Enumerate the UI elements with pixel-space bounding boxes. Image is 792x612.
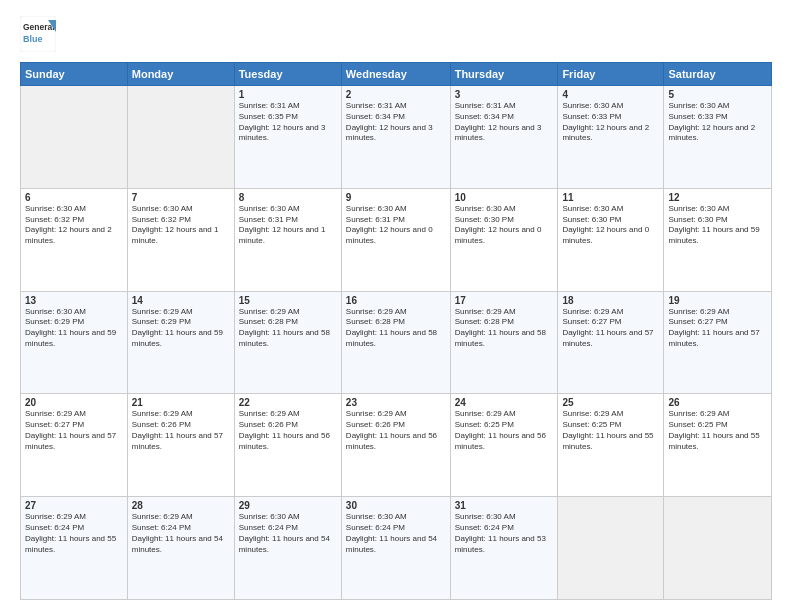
day-info: Sunrise: 6:30 AM Sunset: 6:31 PM Dayligh…	[346, 204, 446, 247]
logo: General Blue	[20, 16, 56, 52]
day-number: 22	[239, 397, 337, 408]
calendar-cell: 26Sunrise: 6:29 AM Sunset: 6:25 PM Dayli…	[664, 394, 772, 497]
week-row-1: 1Sunrise: 6:31 AM Sunset: 6:35 PM Daylig…	[21, 86, 772, 189]
calendar-cell: 30Sunrise: 6:30 AM Sunset: 6:24 PM Dayli…	[341, 497, 450, 600]
calendar-cell: 31Sunrise: 6:30 AM Sunset: 6:24 PM Dayli…	[450, 497, 558, 600]
day-header-monday: Monday	[127, 63, 234, 86]
day-number: 8	[239, 192, 337, 203]
svg-text:Blue: Blue	[23, 34, 43, 44]
calendar-cell: 9Sunrise: 6:30 AM Sunset: 6:31 PM Daylig…	[341, 188, 450, 291]
week-row-2: 6Sunrise: 6:30 AM Sunset: 6:32 PM Daylig…	[21, 188, 772, 291]
day-info: Sunrise: 6:30 AM Sunset: 6:24 PM Dayligh…	[239, 512, 337, 555]
calendar-cell	[21, 86, 128, 189]
day-number: 7	[132, 192, 230, 203]
day-info: Sunrise: 6:30 AM Sunset: 6:31 PM Dayligh…	[239, 204, 337, 247]
day-info: Sunrise: 6:29 AM Sunset: 6:26 PM Dayligh…	[346, 409, 446, 452]
calendar-cell: 28Sunrise: 6:29 AM Sunset: 6:24 PM Dayli…	[127, 497, 234, 600]
calendar-cell	[664, 497, 772, 600]
calendar-cell: 27Sunrise: 6:29 AM Sunset: 6:24 PM Dayli…	[21, 497, 128, 600]
day-number: 18	[562, 295, 659, 306]
day-info: Sunrise: 6:30 AM Sunset: 6:24 PM Dayligh…	[346, 512, 446, 555]
calendar-cell: 24Sunrise: 6:29 AM Sunset: 6:25 PM Dayli…	[450, 394, 558, 497]
day-info: Sunrise: 6:29 AM Sunset: 6:27 PM Dayligh…	[25, 409, 123, 452]
week-row-5: 27Sunrise: 6:29 AM Sunset: 6:24 PM Dayli…	[21, 497, 772, 600]
day-number: 9	[346, 192, 446, 203]
day-info: Sunrise: 6:29 AM Sunset: 6:29 PM Dayligh…	[132, 307, 230, 350]
day-number: 31	[455, 500, 554, 511]
day-info: Sunrise: 6:29 AM Sunset: 6:28 PM Dayligh…	[346, 307, 446, 350]
calendar-cell: 22Sunrise: 6:29 AM Sunset: 6:26 PM Dayli…	[234, 394, 341, 497]
day-info: Sunrise: 6:30 AM Sunset: 6:24 PM Dayligh…	[455, 512, 554, 555]
day-number: 28	[132, 500, 230, 511]
calendar-cell: 23Sunrise: 6:29 AM Sunset: 6:26 PM Dayli…	[341, 394, 450, 497]
day-number: 1	[239, 89, 337, 100]
day-info: Sunrise: 6:29 AM Sunset: 6:27 PM Dayligh…	[562, 307, 659, 350]
calendar-cell: 8Sunrise: 6:30 AM Sunset: 6:31 PM Daylig…	[234, 188, 341, 291]
calendar-cell: 11Sunrise: 6:30 AM Sunset: 6:30 PM Dayli…	[558, 188, 664, 291]
logo-svg: General Blue	[20, 16, 56, 52]
calendar-cell: 6Sunrise: 6:30 AM Sunset: 6:32 PM Daylig…	[21, 188, 128, 291]
day-info: Sunrise: 6:29 AM Sunset: 6:24 PM Dayligh…	[132, 512, 230, 555]
calendar-cell: 21Sunrise: 6:29 AM Sunset: 6:26 PM Dayli…	[127, 394, 234, 497]
day-number: 25	[562, 397, 659, 408]
day-info: Sunrise: 6:29 AM Sunset: 6:27 PM Dayligh…	[668, 307, 767, 350]
calendar-cell: 25Sunrise: 6:29 AM Sunset: 6:25 PM Dayli…	[558, 394, 664, 497]
day-number: 6	[25, 192, 123, 203]
day-info: Sunrise: 6:31 AM Sunset: 6:34 PM Dayligh…	[346, 101, 446, 144]
header: General Blue	[20, 16, 772, 52]
day-number: 21	[132, 397, 230, 408]
day-number: 15	[239, 295, 337, 306]
day-number: 4	[562, 89, 659, 100]
day-number: 12	[668, 192, 767, 203]
day-number: 2	[346, 89, 446, 100]
day-info: Sunrise: 6:30 AM Sunset: 6:33 PM Dayligh…	[668, 101, 767, 144]
day-info: Sunrise: 6:29 AM Sunset: 6:28 PM Dayligh…	[455, 307, 554, 350]
day-info: Sunrise: 6:30 AM Sunset: 6:30 PM Dayligh…	[562, 204, 659, 247]
calendar-cell: 3Sunrise: 6:31 AM Sunset: 6:34 PM Daylig…	[450, 86, 558, 189]
calendar-cell: 20Sunrise: 6:29 AM Sunset: 6:27 PM Dayli…	[21, 394, 128, 497]
day-info: Sunrise: 6:29 AM Sunset: 6:25 PM Dayligh…	[668, 409, 767, 452]
day-number: 5	[668, 89, 767, 100]
calendar-cell: 15Sunrise: 6:29 AM Sunset: 6:28 PM Dayli…	[234, 291, 341, 394]
day-number: 24	[455, 397, 554, 408]
calendar-table: SundayMondayTuesdayWednesdayThursdayFrid…	[20, 62, 772, 600]
day-number: 16	[346, 295, 446, 306]
day-number: 14	[132, 295, 230, 306]
day-info: Sunrise: 6:30 AM Sunset: 6:32 PM Dayligh…	[132, 204, 230, 247]
day-header-wednesday: Wednesday	[341, 63, 450, 86]
day-info: Sunrise: 6:31 AM Sunset: 6:34 PM Dayligh…	[455, 101, 554, 144]
day-info: Sunrise: 6:29 AM Sunset: 6:26 PM Dayligh…	[132, 409, 230, 452]
week-row-4: 20Sunrise: 6:29 AM Sunset: 6:27 PM Dayli…	[21, 394, 772, 497]
day-number: 26	[668, 397, 767, 408]
day-number: 30	[346, 500, 446, 511]
day-number: 23	[346, 397, 446, 408]
day-number: 10	[455, 192, 554, 203]
calendar-cell: 10Sunrise: 6:30 AM Sunset: 6:30 PM Dayli…	[450, 188, 558, 291]
calendar-cell: 29Sunrise: 6:30 AM Sunset: 6:24 PM Dayli…	[234, 497, 341, 600]
day-info: Sunrise: 6:29 AM Sunset: 6:24 PM Dayligh…	[25, 512, 123, 555]
calendar-cell: 7Sunrise: 6:30 AM Sunset: 6:32 PM Daylig…	[127, 188, 234, 291]
day-number: 20	[25, 397, 123, 408]
week-row-3: 13Sunrise: 6:30 AM Sunset: 6:29 PM Dayli…	[21, 291, 772, 394]
calendar-cell: 13Sunrise: 6:30 AM Sunset: 6:29 PM Dayli…	[21, 291, 128, 394]
page: General Blue SundayMondayTuesdayWednesda…	[0, 0, 792, 612]
header-row: SundayMondayTuesdayWednesdayThursdayFrid…	[21, 63, 772, 86]
day-number: 19	[668, 295, 767, 306]
day-number: 11	[562, 192, 659, 203]
day-info: Sunrise: 6:31 AM Sunset: 6:35 PM Dayligh…	[239, 101, 337, 144]
calendar-cell: 4Sunrise: 6:30 AM Sunset: 6:33 PM Daylig…	[558, 86, 664, 189]
day-header-thursday: Thursday	[450, 63, 558, 86]
day-info: Sunrise: 6:29 AM Sunset: 6:26 PM Dayligh…	[239, 409, 337, 452]
calendar-cell	[558, 497, 664, 600]
day-info: Sunrise: 6:30 AM Sunset: 6:33 PM Dayligh…	[562, 101, 659, 144]
calendar-cell: 14Sunrise: 6:29 AM Sunset: 6:29 PM Dayli…	[127, 291, 234, 394]
calendar-cell: 1Sunrise: 6:31 AM Sunset: 6:35 PM Daylig…	[234, 86, 341, 189]
calendar-cell: 17Sunrise: 6:29 AM Sunset: 6:28 PM Dayli…	[450, 291, 558, 394]
calendar-cell: 18Sunrise: 6:29 AM Sunset: 6:27 PM Dayli…	[558, 291, 664, 394]
day-info: Sunrise: 6:29 AM Sunset: 6:25 PM Dayligh…	[562, 409, 659, 452]
calendar-cell: 5Sunrise: 6:30 AM Sunset: 6:33 PM Daylig…	[664, 86, 772, 189]
day-header-sunday: Sunday	[21, 63, 128, 86]
day-number: 17	[455, 295, 554, 306]
day-header-tuesday: Tuesday	[234, 63, 341, 86]
day-info: Sunrise: 6:30 AM Sunset: 6:32 PM Dayligh…	[25, 204, 123, 247]
